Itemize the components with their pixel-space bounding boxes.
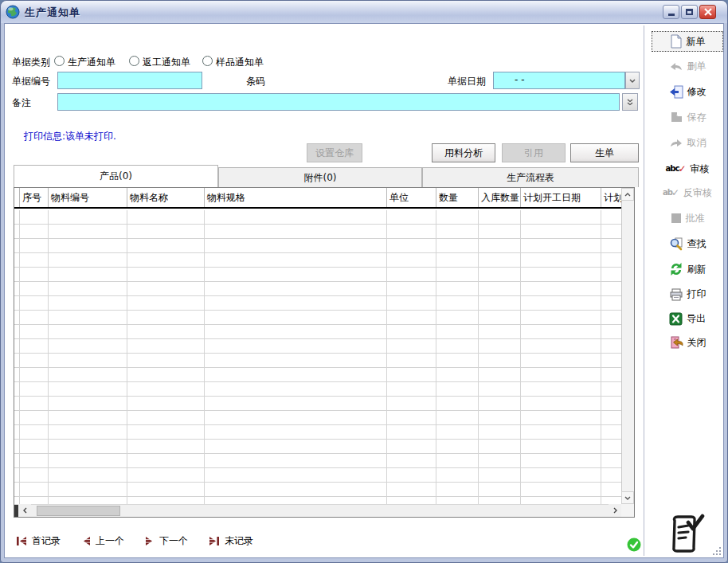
doc-no-input[interactable]	[57, 72, 202, 89]
find-button[interactable]: 查找	[652, 233, 723, 254]
table-cell	[127, 268, 205, 281]
resize-grip[interactable]	[711, 545, 721, 555]
table-row[interactable]	[14, 454, 621, 468]
radio-production-notice[interactable]	[54, 56, 65, 66]
horizontal-scrollbar[interactable]	[14, 504, 621, 517]
tab-products[interactable]: 产品(0)	[14, 165, 218, 187]
radio-sample-notice[interactable]	[202, 56, 213, 66]
table-cell	[20, 425, 49, 439]
remark-expand-button[interactable]	[622, 93, 638, 111]
table-cell	[49, 440, 127, 453]
table-cell	[20, 440, 49, 453]
table-cell	[436, 440, 479, 453]
table-row[interactable]	[14, 296, 621, 311]
table-row[interactable]	[14, 425, 621, 440]
remark-label: 备注	[12, 96, 31, 110]
next-record-button[interactable]: 下一个	[145, 534, 188, 548]
table-row[interactable]	[14, 325, 621, 339]
close-window-button[interactable]: 关闭	[652, 332, 723, 353]
date-combobox[interactable]: - -	[493, 72, 625, 89]
approve-icon	[671, 213, 682, 224]
delete-order-label: 删单	[687, 60, 706, 73]
table-cell	[127, 339, 205, 353]
print-button[interactable]: 打印	[652, 283, 723, 304]
table-cell	[479, 483, 521, 496]
table-row[interactable]	[14, 411, 621, 425]
table-cell	[387, 397, 436, 410]
table-row[interactable]	[14, 225, 621, 239]
refresh-button[interactable]: 刷新	[652, 259, 723, 280]
items-table: 序号 物料编号 物料名称 物料规格 单位 数量 入库数量 计划开工日期 计划	[14, 187, 635, 518]
maximize-button[interactable]	[681, 5, 698, 19]
new-order-label: 新单	[687, 35, 706, 49]
table-cell	[601, 425, 621, 439]
table-cell	[521, 339, 601, 353]
col-material-spec[interactable]: 物料规格	[205, 188, 387, 207]
scrollbar-thumb[interactable]	[37, 506, 120, 516]
radio-rework-notice[interactable]	[129, 56, 139, 66]
tab-attachments[interactable]: 附件(0)	[218, 167, 422, 187]
table-cell	[521, 354, 601, 367]
table-row[interactable]	[14, 282, 621, 296]
audit-button[interactable]: abc✓ 审核	[652, 158, 723, 179]
col-quantity[interactable]: 数量	[436, 188, 479, 207]
record-navigation: 首记录 上一个 下一个	[16, 534, 253, 548]
scroll-left-button[interactable]	[18, 504, 31, 517]
last-record-button[interactable]: 末记录	[209, 534, 253, 548]
scroll-down-button[interactable]	[621, 491, 634, 504]
col-seq[interactable]: 序号	[20, 188, 49, 207]
table-cell	[436, 468, 479, 482]
modify-button[interactable]: 修改	[652, 81, 723, 102]
table-row[interactable]	[14, 210, 621, 225]
table-cell	[387, 253, 436, 267]
table-cell	[601, 268, 621, 281]
table-row[interactable]	[14, 268, 621, 282]
vertical-scrollbar[interactable]	[621, 188, 634, 504]
table-row[interactable]	[14, 397, 621, 411]
scroll-right-button[interactable]	[609, 504, 621, 517]
table-row[interactable]	[14, 382, 621, 397]
table-row[interactable]	[14, 368, 621, 382]
create-order-button[interactable]: 生单	[570, 143, 639, 162]
close-button[interactable]	[699, 5, 716, 19]
radio-production-notice-label[interactable]: 生产通知单	[68, 56, 115, 69]
col-plan-start-date[interactable]: 计划开工日期	[521, 188, 601, 207]
table-row[interactable]	[14, 239, 621, 253]
export-button[interactable]: 导出	[652, 308, 723, 329]
table-cell	[387, 268, 436, 281]
radio-rework-notice-label[interactable]: 返工通知单	[143, 56, 190, 69]
col-plan-clipped[interactable]: 计划	[601, 188, 621, 207]
close-window-label: 关闭	[687, 336, 706, 350]
table-cell	[49, 325, 127, 338]
find-label: 查找	[687, 237, 706, 251]
table-row[interactable]	[14, 440, 621, 454]
date-dropdown-button[interactable]	[625, 72, 640, 89]
col-unit[interactable]: 单位	[387, 188, 436, 207]
new-order-button[interactable]: 新单	[652, 31, 723, 52]
first-record-button[interactable]: 首记录	[16, 534, 61, 548]
table-row[interactable]	[14, 468, 621, 483]
tab-production-flow[interactable]: 生产流程表	[422, 167, 639, 187]
table-cell	[14, 339, 20, 353]
first-record-icon	[16, 536, 27, 546]
material-analysis-button[interactable]: 用料分析	[432, 143, 495, 162]
radio-sample-notice-label[interactable]: 样品通知单	[216, 56, 264, 69]
table-row[interactable]	[14, 339, 621, 354]
col-material-code[interactable]: 物料编号	[49, 188, 127, 207]
previous-record-button[interactable]: 上一个	[81, 534, 124, 548]
table-row[interactable]	[14, 483, 621, 497]
table-row[interactable]	[14, 354, 621, 368]
table-cell	[387, 368, 436, 381]
col-stockin-qty[interactable]: 入库数量	[479, 188, 521, 207]
table-cell	[601, 497, 621, 504]
table-row[interactable]	[14, 311, 621, 325]
table-row[interactable]	[14, 497, 621, 504]
scroll-up-button[interactable]	[621, 188, 634, 201]
table-cell	[14, 468, 20, 482]
col-material-name[interactable]: 物料名称	[127, 188, 205, 207]
table-row[interactable]	[14, 253, 621, 268]
remark-input[interactable]	[57, 93, 620, 111]
table-cell	[205, 425, 387, 439]
table-cell	[436, 354, 479, 367]
minimize-button[interactable]	[663, 5, 679, 19]
